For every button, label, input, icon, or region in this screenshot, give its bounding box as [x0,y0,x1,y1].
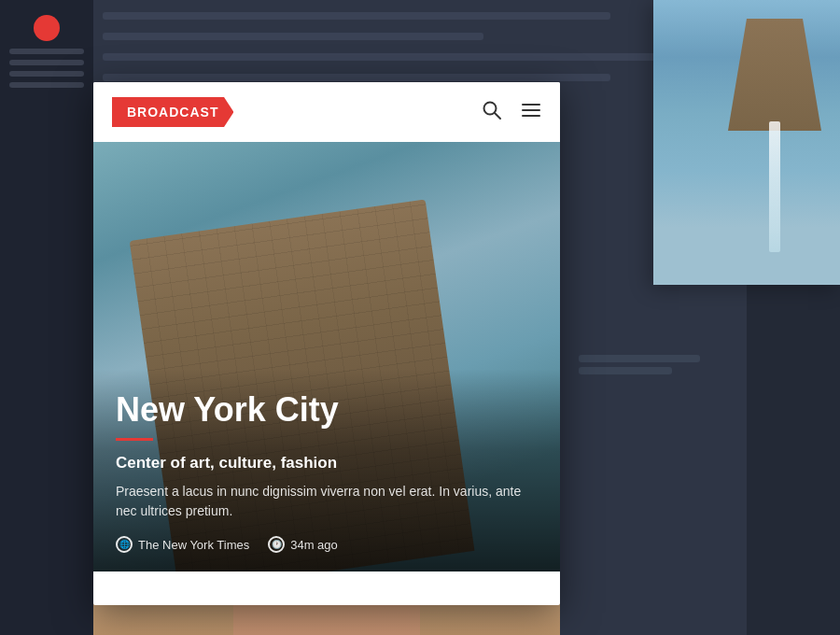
hero-overlay: New York City Center of art, culture, fa… [93,369,560,572]
time-meta: 🕐 34m ago [268,536,338,553]
bg-text-line-3 [103,53,737,61]
hero-body: Praesent a lacus in nunc dignissim viver… [116,482,538,521]
hero-image: New York City Center of art, culture, fa… [93,142,560,572]
header-icons [482,100,541,125]
time-ago: 34m ago [290,538,338,552]
right-landscape-image [653,0,840,285]
clock-icon: 🕐 [268,536,285,553]
main-card: BROADCAST [93,82,560,605]
hero-area: New York City Center of art, culture, fa… [93,142,560,572]
bg-sidebar [0,0,93,635]
bg-line-4 [9,82,84,88]
bg-line-3 [9,71,84,77]
hero-subtitle: Center of art, culture, fashion [116,454,538,473]
bg-right-text-2 [579,367,672,374]
card-header: BROADCAST [93,82,560,142]
bg-text-area [579,355,728,379]
cliff-shape [728,19,821,131]
landscape-bg [653,0,840,285]
source-name: The New York Times [138,538,249,552]
bg-text-line-4 [103,74,610,81]
search-icon [482,100,502,120]
broadcast-logo[interactable]: BROADCAST [112,97,233,127]
hero-divider [116,438,153,441]
svg-line-1 [495,113,500,119]
menu-button[interactable] [521,100,541,125]
bg-line-2 [9,60,84,65]
waterfall-shape [769,121,780,252]
globe-icon: 🌐 [116,536,133,553]
hero-title: New York City [116,391,538,429]
menu-icon [521,100,541,120]
bg-avatar [34,15,60,41]
bg-text-line-2 [103,33,483,40]
logo-text: BROADCAST [127,105,218,120]
bg-line-1 [9,49,84,54]
search-button[interactable] [482,100,502,125]
bg-right-text-1 [579,355,700,362]
bg-text-line-1 [103,12,610,20]
source-meta: 🌐 The New York Times [116,536,249,553]
hero-meta: 🌐 The New York Times 🕐 34m ago [116,536,538,553]
